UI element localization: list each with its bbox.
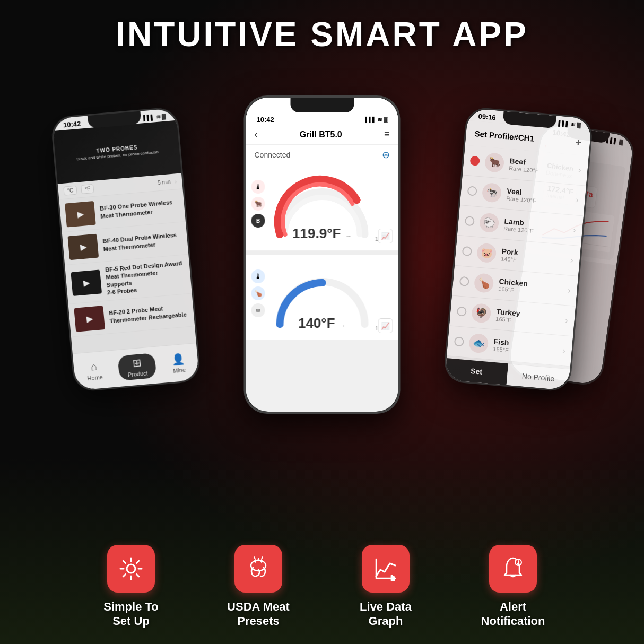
bottom-nav-left: ⌂ Home ⊞ Product 👤 Mine — [73, 343, 199, 390]
nav-mine[interactable]: 👤 Mine — [162, 350, 195, 377]
chicken-info: Chicken 165°F — [498, 277, 569, 298]
veal-info: Veal Rare 120°F — [506, 187, 577, 207]
nav-mine-label: Mine — [173, 367, 186, 374]
center-phone-notch — [290, 98, 354, 112]
set-button[interactable]: Set — [445, 358, 508, 385]
signal-icon: ▌▌▌ — [143, 114, 155, 121]
feature-setup: Simple ToSet Up — [78, 545, 184, 628]
phones-container: 10:42 ▌▌▌ ≋ ▓ TWO PROBES Black and white… — [30, 69, 614, 451]
nav-product-label: Product — [127, 370, 148, 378]
pork-icon: 🐷 — [476, 242, 497, 263]
profile-list: 🐂 Beef Rare 120°F › 🐄 Veal Rare 120°F — [447, 145, 589, 367]
left-status-time: 10:42 — [63, 120, 81, 129]
graph-label: Live DataGraph — [360, 600, 412, 628]
product-name-1: BF-30 One Probe WirelessMeat Thermometer — [100, 198, 173, 220]
probe1-temp-display: 119.9°F → — [292, 225, 352, 242]
lamb-arrow: › — [572, 225, 576, 235]
thermometer-icon-red[interactable]: 🌡 — [251, 180, 265, 194]
svg-point-0 — [353, 196, 360, 204]
feature-alert: AlertNotification — [460, 545, 566, 628]
nav-home[interactable]: ⌂ Home — [77, 357, 111, 384]
feature-presets: USDA MeatPresets — [205, 545, 311, 628]
svg-point-2 — [318, 279, 326, 286]
thermometer-icon-blue[interactable]: 🌡 — [251, 269, 265, 283]
alert-label: AlertNotification — [481, 600, 545, 628]
animal-icon-blue[interactable]: 🍗 — [251, 286, 265, 300]
probe1-temp: 119.9°F — [292, 225, 341, 241]
fish-info: Fish 165°F — [493, 337, 563, 358]
alert-icon-box — [489, 545, 537, 593]
center-wifi: ≋ — [378, 117, 382, 123]
probe2-arrow: → — [340, 322, 346, 329]
product-thumb-2: ▶ — [67, 234, 99, 260]
center-status-time: 10:42 — [257, 116, 274, 124]
graph-icon-box: h — [362, 545, 410, 593]
chicken-icon: 🍗 — [474, 273, 494, 293]
probe-label-w: W — [251, 303, 265, 317]
feature-graph: h Live DataGraph — [333, 545, 439, 628]
right-signal: ▌▌▌ — [558, 120, 570, 127]
product-icon: ⊞ — [132, 356, 142, 369]
animal-icon-red[interactable]: 🐂 — [251, 197, 265, 211]
probe2-temp-display: 140°F → — [298, 315, 346, 332]
bell-icon — [499, 555, 527, 582]
probe2-controls: 🌡 🍗 W — [251, 269, 265, 317]
svg-point-3 — [276, 320, 283, 328]
fahrenheit-toggle[interactable]: °F — [81, 184, 94, 194]
celsius-toggle[interactable]: °C — [63, 186, 77, 196]
center-battery: ▓ — [384, 117, 387, 123]
pork-radio[interactable] — [462, 246, 473, 257]
far-right-icons: ▌▌▌ ▓ — [606, 137, 623, 145]
fish-arrow: › — [562, 346, 566, 355]
veal-radio[interactable] — [467, 186, 478, 196]
presets-icon-box — [234, 545, 282, 593]
right-status-icons: ▌▌▌ ≋ ▓ — [558, 120, 581, 128]
setup-icon-box — [107, 545, 155, 593]
svg-line-9 — [254, 557, 255, 559]
product-thumb-4: ▶ — [74, 306, 105, 332]
far-right-battery: ▓ — [619, 139, 623, 145]
pork-info: Pork 145°F — [501, 247, 571, 267]
svg-point-6 — [127, 564, 135, 573]
chart-icon-1[interactable]: 📈 — [378, 229, 393, 243]
product-list: ▶ BF-30 One Probe WirelessMeat Thermomet… — [59, 189, 195, 337]
product-thumb-1: ▶ — [65, 201, 96, 228]
no-profile-button[interactable]: No Profile — [507, 363, 570, 390]
turkey-arrow: › — [565, 316, 569, 325]
nav-product[interactable]: ⊞ Product — [118, 353, 157, 381]
product-name-4: BF-20 2 Probe MeatThermometer Rechargeab… — [109, 303, 187, 325]
probe1-section: 🌡 🐂 B — [246, 165, 398, 250]
chicken-radio[interactable] — [459, 276, 470, 287]
right-battery: ▓ — [577, 122, 581, 128]
page-title: INTUITIVE SMART APP — [0, 15, 644, 54]
turkey-radio[interactable] — [457, 306, 467, 317]
setup-label: Simple ToSet Up — [103, 600, 159, 628]
gear-icon — [117, 555, 145, 582]
turkey-icon: 🦃 — [471, 303, 492, 324]
fish-radio[interactable] — [454, 336, 465, 347]
play-icon-1: ▶ — [65, 201, 96, 228]
chart-icon-2[interactable]: 📈 — [378, 318, 393, 333]
svg-point-1 — [276, 231, 283, 238]
fish-icon: 🐟 — [468, 333, 489, 354]
chicken-arrow: › — [567, 285, 571, 295]
center-app-header: ‹ Grill BT5.0 ≡ — [246, 125, 398, 145]
connected-text: Connected — [255, 151, 291, 159]
beef-radio[interactable] — [469, 155, 480, 166]
lamb-radio[interactable] — [465, 216, 475, 227]
pork-arrow: › — [570, 256, 573, 265]
profile-title: Set Profile#CH1 — [474, 129, 535, 143]
menu-icon[interactable]: ≡ — [384, 129, 390, 140]
product-banner: TWO PROBES Black and white probes, no pr… — [53, 120, 181, 184]
add-profile-icon[interactable]: + — [575, 136, 582, 149]
connected-bar: Connected ⊛ — [246, 145, 398, 165]
probe-label-b: B — [251, 214, 265, 228]
turkey-info: Turkey 165°F — [495, 307, 566, 328]
center-signal: ▌▌▌ — [365, 117, 376, 123]
features-row: Simple ToSet Up USDA MeatPresets h — [0, 545, 644, 628]
nav-home-label: Home — [87, 373, 103, 381]
right-phone-screen: 09:16 ▌▌▌ ≋ ▓ Set Profile#CH1 + 🐂 — [445, 108, 592, 390]
home-icon: ⌂ — [90, 360, 98, 373]
right-wifi: ≋ — [571, 121, 576, 128]
timer-value: 5 min — [158, 179, 171, 186]
